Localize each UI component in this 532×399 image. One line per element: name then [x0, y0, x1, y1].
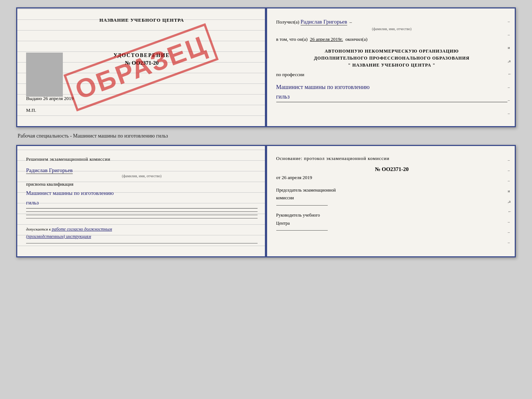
bottom-side-mark-2: – [508, 168, 512, 172]
under-line-3 [26, 218, 258, 218]
org-line1: АВТОНОМНУЮ НЕКОММЕРЧЕСКУЮ ОРГАНИЗАЦИЮ [325, 49, 459, 54]
bottom-name-block: Радислав Григорьев (фамилия, имя, отчест… [26, 167, 258, 178]
side-mark-1: – [508, 19, 512, 24]
org-quotes-close: " [433, 63, 436, 68]
komissii-label: комиссии [276, 194, 508, 202]
side-mark-3: и [508, 45, 512, 50]
rukovoditel-sig-line [276, 230, 328, 231]
side-mark-2: – [508, 32, 512, 37]
predsedatel-section: Председатель экзаменационной комиссии [276, 186, 508, 206]
org-block: АВТОНОМНУЮ НЕКОММЕРЧЕСКУЮ ОРГАНИЗАЦИЮ ДО… [276, 48, 508, 69]
bottom-side-mark-9: – [508, 240, 512, 245]
bottom-side-mark-3: – [508, 178, 512, 183]
bottom-side-mark-8: – [508, 230, 512, 234]
photo-placeholder [26, 53, 63, 97]
org-line2: ДОПОЛНИТЕЛЬНОГО ПРОФЕССИОНАЛЬНОГО ОБРАЗО… [314, 56, 470, 61]
profession-line1: Машинист машины по изготовлению [276, 84, 370, 90]
vtom-date: 26 апреля 2019г. [310, 36, 343, 42]
profession-line2: гильз [276, 93, 290, 100]
bottom-fio-small: (фамилия, имя, отчество) [26, 174, 258, 178]
profession-block: Машинист машины по изготовлению гильз [276, 82, 508, 102]
predsedatel-sig-line [276, 205, 328, 206]
vtom-label: в том, что он(а) [276, 36, 308, 42]
po-professii-label: по профессии [276, 71, 508, 79]
resheniyem-text: Решением экзаменационной комиссии [26, 155, 258, 163]
bottom-side-mark-6: ← [508, 209, 512, 214]
bottom-number: № OO2371-20 [276, 166, 508, 172]
bottom-name-handwritten: Радислав Григорьев [26, 167, 73, 174]
dopusk-label: допускается к работе согласно должностны… [26, 226, 258, 240]
bottom-side-mark-4: и [508, 189, 512, 193]
kvali-line2: гильз [26, 200, 39, 206]
side-mark-6: – [508, 85, 512, 89]
kvali-line1: Машинист машины по изготовлению [26, 190, 114, 196]
right-side-marks: – – и ,а ← – – – [508, 8, 512, 126]
okonchil-label: окончил(а) [345, 36, 367, 42]
rukovoditel-label: Руководитель учебного [276, 211, 508, 220]
under-line-1 [26, 211, 258, 212]
bottom-side-mark-1: – [508, 158, 512, 162]
poluchil-label: Получил(а) [276, 19, 299, 25]
top-cert-right-page: Получил(а) Радислав Григорьев – (фамилия… [266, 8, 515, 126]
osnov-title: Основание: протокол экзаменационной коми… [276, 155, 508, 163]
side-mark-4: ,а [508, 58, 512, 63]
kvali-block: Машинист машины по изготовлению гильз [26, 189, 258, 209]
bottom-certificate-book: Решением экзаменационной комиссии Радисл… [16, 145, 516, 257]
prisvoena-label: присвоена квалификация [26, 182, 258, 187]
vtom-line: в том, что он(а) 26 апреля 2019г. окончи… [276, 36, 508, 43]
poluchil-name: Радислав Григорьев [301, 19, 347, 25]
org-quotes-open: " [348, 63, 351, 68]
rukovoditel-section: Руководитель учебного Центра [276, 211, 508, 231]
predsedatel-label: Председатель экзаменационной [276, 186, 508, 195]
top-certificate-book: НАЗВАНИЕ УЧЕБНОГО ЦЕНТРА УДОСТОВЕРЕНИЕ №… [16, 7, 516, 127]
bottom-right-side-marks: – – – и ,а ← – – – [508, 146, 512, 256]
poluchil-line: Получил(а) Радислав Григорьев – (фамилия… [276, 17, 508, 32]
top-left-center-name: НАЗВАНИЕ УЧЕБНОГО ЦЕНТРА [26, 17, 258, 23]
tsentra-label: Центра [276, 220, 508, 228]
ot-date: 26 апреля 2019 [282, 175, 312, 180]
top-cert-left-page: НАЗВАНИЕ УЧЕБНОГО ЦЕНТРА УДОСТОВЕРЕНИЕ №… [17, 8, 266, 126]
bottom-date: от 26 апреля 2019 [276, 175, 508, 181]
under-line-4 [26, 243, 258, 243]
bottom-cert-left-page: Решением экзаменационной комиссии Радисл… [17, 146, 266, 256]
ot-label: от [276, 175, 281, 180]
mp-line: М.П. [26, 107, 258, 113]
bottom-side-mark-5: ,а [508, 199, 512, 203]
bottom-side-mark-7: – [508, 220, 512, 224]
fio-small-top: (фамилия, имя, отчество) [276, 26, 508, 32]
bottom-cert-right-page: Основание: протокол экзаменационной коми… [266, 146, 515, 256]
doc-subtitle: Рабочая специальность - Машинист машины … [16, 133, 168, 139]
document-wrapper: НАЗВАНИЕ УЧЕБНОГО ЦЕНТРА УДОСТОВЕРЕНИЕ №… [16, 7, 516, 257]
side-mark-7: – [508, 98, 512, 102]
under-line-2 [26, 215, 258, 215]
side-mark-8: – [508, 111, 512, 115]
side-mark-5: ← [508, 72, 512, 76]
org-center-name: НАЗВАНИЕ УЧЕБНОГО ЦЕНТРА [352, 63, 431, 68]
